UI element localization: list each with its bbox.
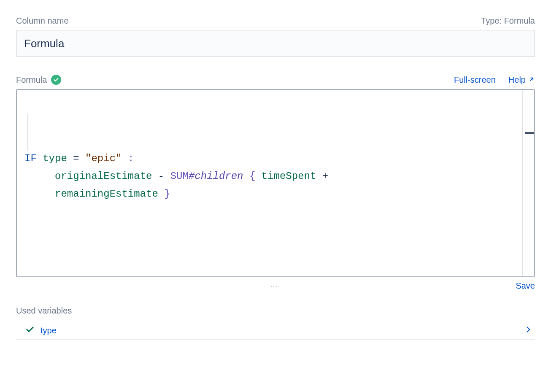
check-icon [25, 325, 35, 336]
editor-scrollbar[interactable] [522, 90, 534, 276]
valid-check-icon [51, 75, 61, 85]
formula-editor[interactable]: IF type = "epic" : originalEstimate - SU… [16, 89, 535, 277]
formula-label: Formula [16, 75, 47, 85]
code-line: IF type = "epic" : [24, 150, 515, 168]
help-button[interactable]: Help [508, 75, 535, 85]
column-name-label: Column name [16, 16, 69, 26]
resize-handle-icon[interactable]: ···· [270, 282, 281, 289]
code-line: originalEstimate - SUM#children { timeSp… [24, 168, 515, 185]
used-variables-label: Used variables [16, 306, 535, 316]
variable-row[interactable]: type [16, 322, 535, 340]
column-name-input[interactable] [16, 30, 535, 57]
scrollbar-mark [525, 132, 534, 134]
fullscreen-button[interactable]: Full-screen [454, 75, 496, 85]
external-link-icon [528, 75, 535, 85]
indent-guide [27, 114, 27, 151]
code-line: remainingEstimate } [24, 185, 515, 203]
chevron-right-icon [524, 325, 532, 335]
column-type-label: Type: Formula [481, 16, 535, 26]
variable-name: type [41, 326, 57, 335]
save-button[interactable]: Save [516, 281, 535, 291]
help-label: Help [508, 75, 526, 85]
